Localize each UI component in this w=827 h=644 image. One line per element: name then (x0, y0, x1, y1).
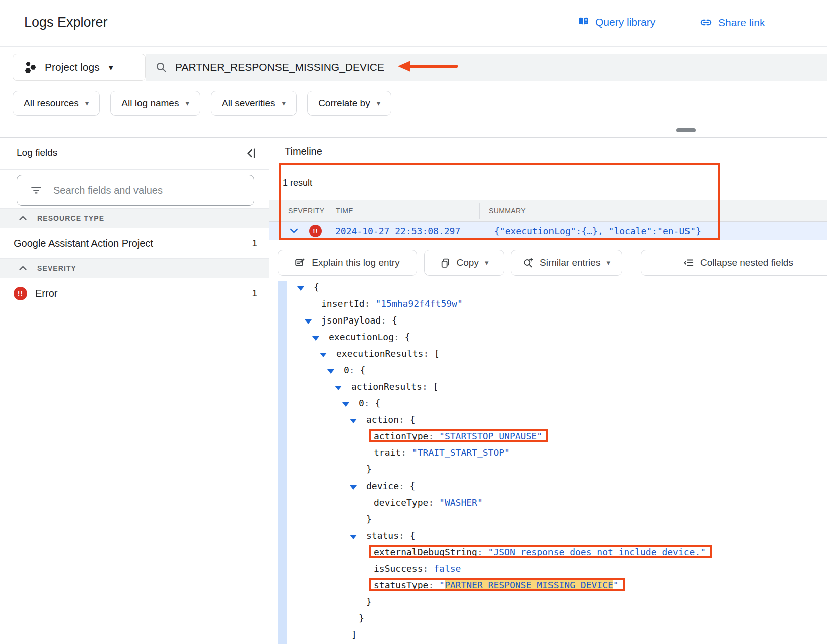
json-line-text: actionResults: [ (351, 381, 438, 392)
json-line: executionLog: { (269, 330, 827, 346)
log-fields-header: Log fields (0, 138, 269, 170)
json-colon: : (399, 414, 410, 425)
json-line-text: ] (351, 629, 357, 640)
json-colon: : (365, 298, 376, 309)
json-line: } (269, 512, 827, 528)
json-payload-tree: {insertId: "15mha92f4ft59w"jsonPayload: … (269, 280, 827, 644)
collapse-fields-label: Collapse nested fields (700, 257, 793, 268)
filter-all-severities[interactable]: All severities▾ (211, 91, 297, 116)
json-colon: : (401, 447, 412, 458)
filter-label: All log names (121, 98, 179, 109)
field-item-label: Google Assistant Action Project (14, 238, 153, 249)
error-icon: !! (14, 287, 27, 300)
section-header-resource-type[interactable]: RESOURCE TYPE (0, 208, 269, 228)
json-punct: { (410, 480, 416, 491)
json-value: "TRAIT_START_STOP" (412, 447, 510, 458)
expand-triangle-icon[interactable] (312, 336, 319, 341)
json-line: actionResults: [ (269, 379, 827, 396)
filter-all-resources[interactable]: All resources▾ (13, 91, 100, 116)
field-item-label: Error (35, 288, 57, 299)
json-line-text: insertId: "15mha92f4ft59w" (321, 298, 463, 309)
json-line: } (269, 611, 827, 627)
copy-icon (440, 258, 451, 268)
similar-entries-button[interactable]: Similar entries ▾ (511, 250, 622, 276)
chevron-down-icon: ▾ (606, 258, 610, 267)
json-colon: : (428, 580, 439, 590)
field-item-google-assistant-action-project[interactable]: Google Assistant Action Project1 (0, 228, 269, 258)
json-colon: : (423, 563, 434, 574)
expand-triangle-icon[interactable] (320, 353, 327, 357)
column-severity: SEVERITY (288, 207, 324, 215)
log-scope-selector[interactable]: Project logs ▼ (13, 54, 146, 81)
expand-triangle-icon[interactable] (350, 535, 357, 539)
json-colon: : (422, 381, 433, 392)
copy-button[interactable]: Copy ▾ (424, 250, 504, 276)
collapse-panel-icon[interactable] (244, 146, 259, 161)
json-line-text: device: { (366, 480, 416, 491)
expand-triangle-icon[interactable] (335, 386, 342, 390)
field-item-error[interactable]: !!Error1 (0, 278, 269, 308)
json-punct: } (359, 613, 364, 623)
section-label: SEVERITY (37, 264, 76, 272)
share-link[interactable]: Share link (699, 16, 765, 29)
share-link-label: Share link (718, 17, 765, 29)
json-punct: { (392, 315, 397, 326)
column-time: TIME (336, 207, 353, 215)
expand-triangle-icon[interactable] (342, 402, 349, 407)
expand-triangle-icon[interactable] (350, 419, 357, 423)
json-key: device (366, 480, 399, 491)
section-header-severity[interactable]: SEVERITY (0, 258, 269, 278)
json-colon: : (428, 431, 439, 441)
filter-icon (30, 184, 43, 197)
expand-triangle-icon[interactable] (350, 485, 357, 490)
link-icon (699, 16, 713, 29)
project-logs-icon (24, 61, 37, 74)
column-divider (329, 203, 329, 219)
expand-triangle-icon[interactable] (327, 369, 334, 374)
json-line-text: trait: "TRAIT_START_STOP" (374, 447, 510, 458)
query-input[interactable] (175, 61, 627, 73)
chevron-down-icon: ▾ (377, 99, 381, 108)
expand-triangle-icon[interactable] (297, 286, 304, 291)
json-line: jsonPayload: { (269, 313, 827, 330)
query-library-label: Query library (595, 16, 655, 28)
chevron-down-icon: ▼ (107, 63, 115, 72)
chevron-down-icon: ▾ (485, 258, 489, 267)
log-fields-panel: Log fields RESOURCE TYPEGoogle Assistant… (0, 138, 269, 644)
collapse-fields-icon (683, 257, 694, 268)
json-key: actionResults (351, 381, 422, 392)
explain-label: Explain this log entry (312, 257, 399, 268)
expand-triangle-icon[interactable] (305, 319, 312, 324)
query-input-field[interactable] (146, 54, 827, 81)
json-line: { (269, 280, 827, 296)
log-fields-title: Log fields (17, 147, 57, 158)
json-key: isSuccess (374, 563, 423, 574)
json-line-text: jsonPayload: { (321, 315, 397, 326)
fields-search-box[interactable] (17, 175, 254, 206)
query-library-link[interactable]: Query library (577, 16, 655, 28)
filter-all-log-names[interactable]: All log names▾ (110, 91, 200, 116)
similar-entries-icon (523, 257, 534, 268)
json-punct: { (375, 398, 381, 408)
json-colon: : (349, 365, 360, 375)
json-line-annotated: externalDebugString: "JSON response does… (374, 547, 706, 557)
json-line: insertId: "15mha92f4ft59w" (269, 296, 827, 313)
json-colon: : (364, 398, 375, 408)
filter-correlate-by[interactable]: Correlate by▾ (307, 91, 391, 116)
log-entry-row[interactable]: !! 2024-10-27 22:53:08.297 {"executionLo… (269, 222, 827, 240)
chevron-up-icon (18, 214, 28, 223)
panel-resize-handle[interactable] (676, 128, 696, 132)
fields-search-input[interactable] (53, 185, 234, 196)
json-line-text: deviceType: "WASHER" (374, 497, 483, 508)
json-punct: ] (351, 629, 357, 640)
json-line: actionType: "STARTSTOP_UNPAUSE" (269, 429, 827, 445)
timeline-tab[interactable]: Timeline (285, 146, 322, 157)
json-line-annotated: actionType: "STARTSTOP_UNPAUSE" (374, 431, 542, 441)
filter-label: All resources (24, 98, 79, 109)
json-line: trait: "TRAIT_START_STOP" (269, 445, 827, 462)
collapse-nested-fields-button[interactable]: Collapse nested fields (641, 250, 827, 276)
collapse-entry-icon[interactable] (289, 226, 299, 236)
page-title: Logs Explorer (24, 15, 108, 30)
explain-log-entry-button[interactable]: Explain this log entry (278, 250, 417, 276)
json-line-text: 0: { (344, 365, 365, 375)
